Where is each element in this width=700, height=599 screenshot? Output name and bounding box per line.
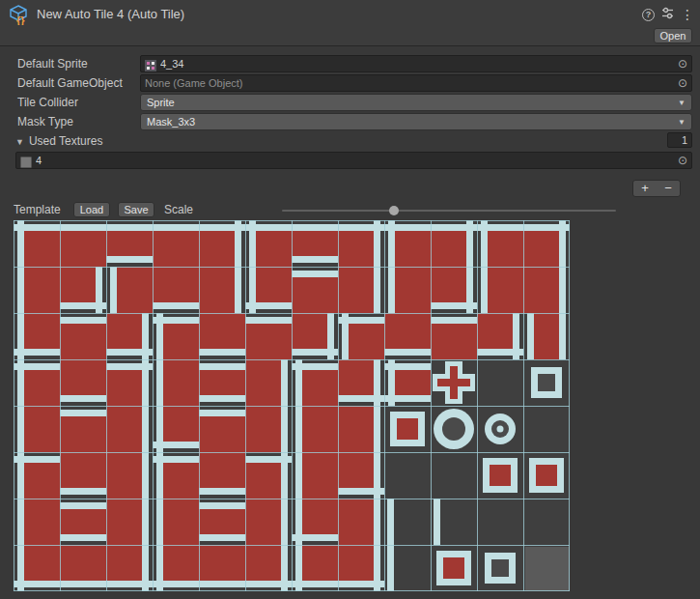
default-gameobject-value: None (Game Object) [145,77,674,89]
kebab-menu-icon[interactable]: ⋮ [681,9,694,21]
foldout-arrow-icon: ▼ [15,137,24,147]
scale-slider[interactable] [282,210,616,212]
mask-type-value: Mask_3x3 [147,116,678,128]
template-label: Template [14,203,61,216]
default-sprite-field[interactable]: 4_34 ⊙ [140,55,692,72]
default-gameobject-label: Default GameObject [17,74,123,92]
default-sprite-value: 4_34 [160,58,674,70]
mask-type-label: Mask Type [17,113,73,130]
object-picker-icon[interactable]: ⊙ [678,155,687,166]
help-icon[interactable]: ? [642,9,655,21]
object-picker-icon[interactable]: ⊙ [678,77,687,89]
scale-label: Scale [164,203,193,216]
chevron-down-icon: ▼ [678,118,686,127]
inspector-window: {} New Auto Tile 4 (Auto Tile) ? ⋮ Open … [0,0,700,599]
add-element-button[interactable]: + [633,181,657,196]
titlebar-icons: ? ⋮ [642,6,694,23]
titlebar: {} New Auto Tile 4 (Auto Tile) ? ⋮ Open [0,0,700,46]
remove-element-button[interactable]: − [657,181,680,196]
object-picker-icon[interactable]: ⊙ [678,58,687,70]
used-textures-count-field[interactable]: 1 [667,132,692,148]
open-button[interactable]: Open [654,28,692,43]
svg-text:{}: {} [16,14,25,25]
default-gameobject-field[interactable]: None (Game Object) ⊙ [140,74,692,92]
tile-collider-dropdown[interactable]: Sprite ▼ [140,94,692,111]
used-textures-foldout[interactable]: ▼Used Textures [15,132,102,150]
mask-type-dropdown[interactable]: Mask_3x3 ▼ [140,113,692,130]
sprite-icon [145,58,156,70]
presets-icon[interactable] [661,6,674,23]
tileset-preview-canvas[interactable] [14,220,570,591]
scriptable-object-icon: {} [8,4,29,25]
tile-collider-label: Tile Collider [17,94,78,111]
slider-handle[interactable] [389,206,399,215]
save-button[interactable]: Save [118,202,154,217]
load-button[interactable]: Load [73,202,110,217]
chevron-down-icon: ▼ [678,99,686,107]
texture-element-field[interactable]: 4 ⊙ [15,152,692,169]
texture-element-value: 4 [36,155,674,166]
tile-collider-value: Sprite [147,97,678,108]
list-button-box: + − [632,180,681,197]
default-sprite-label: Default Sprite [17,55,88,72]
window-title: New Auto Tile 4 (Auto Tile) [37,7,184,21]
used-textures-label: Used Textures [29,134,102,148]
texture-icon [20,155,32,166]
